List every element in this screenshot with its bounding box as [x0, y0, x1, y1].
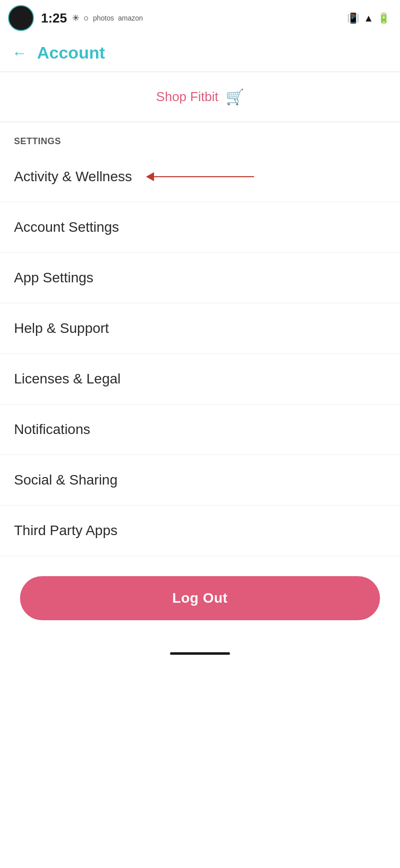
page-title: Account	[37, 43, 105, 63]
settings-section: SETTINGS	[0, 122, 400, 147]
arrow-head	[146, 172, 154, 181]
photos-icon: photos	[93, 14, 114, 22]
menu-item-social-sharing-label: Social & Sharing	[14, 472, 118, 488]
menu-item-notifications-label: Notifications	[14, 421, 90, 438]
cart-icon: 🛒	[226, 88, 244, 106]
menu-item-notifications[interactable]: Notifications	[0, 404, 400, 455]
status-icons: ✳ ○ photos amazon	[72, 13, 143, 24]
ring-icon: ○	[84, 13, 89, 24]
status-left: 1:25 ✳ ○ photos amazon	[8, 5, 143, 31]
amazon-icon: amazon	[118, 14, 143, 22]
arrow-line	[146, 172, 254, 181]
status-time: 1:25	[41, 11, 67, 26]
menu-item-help-support[interactable]: Help & Support	[0, 303, 400, 354]
menu-item-licenses-legal[interactable]: Licenses & Legal	[0, 354, 400, 404]
menu-item-help-support-label: Help & Support	[14, 320, 109, 336]
activity-arrow	[146, 172, 254, 181]
page-header: ← Account	[0, 35, 400, 72]
status-bar: 1:25 ✳ ○ photos amazon 📳 ▲ 🔋	[0, 0, 400, 35]
settings-menu-list: Activity & Wellness Account Settings App…	[0, 152, 400, 556]
avatar	[8, 5, 34, 31]
menu-item-licenses-legal-label: Licenses & Legal	[14, 371, 120, 387]
home-indicator	[0, 645, 400, 665]
shop-fitbit-text: Shop Fitbit	[156, 89, 218, 105]
menu-item-activity-wellness-label: Activity & Wellness	[14, 169, 132, 185]
slack-icon: ✳	[72, 13, 80, 24]
menu-item-account-settings[interactable]: Account Settings	[0, 202, 400, 253]
logout-container: Log Out	[0, 556, 400, 645]
menu-item-third-party-apps-label: Third Party Apps	[14, 523, 118, 539]
shop-banner[interactable]: Shop Fitbit 🛒	[0, 72, 400, 122]
battery-icon: 🔋	[378, 12, 390, 24]
status-right: 📳 ▲ 🔋	[347, 12, 390, 24]
home-bar	[170, 652, 230, 655]
arrow-line-body	[154, 176, 254, 178]
vibrate-icon: 📳	[347, 12, 360, 24]
menu-item-third-party-apps[interactable]: Third Party Apps	[0, 506, 400, 556]
settings-label: SETTINGS	[14, 136, 386, 147]
wifi-icon: ▲	[364, 13, 374, 24]
menu-item-social-sharing[interactable]: Social & Sharing	[0, 455, 400, 506]
back-button[interactable]: ←	[12, 45, 27, 62]
logout-button[interactable]: Log Out	[20, 576, 380, 620]
menu-item-app-settings[interactable]: App Settings	[0, 253, 400, 303]
menu-item-app-settings-label: App Settings	[14, 270, 94, 286]
menu-item-account-settings-label: Account Settings	[14, 219, 119, 235]
menu-item-activity-wellness[interactable]: Activity & Wellness	[0, 152, 400, 202]
